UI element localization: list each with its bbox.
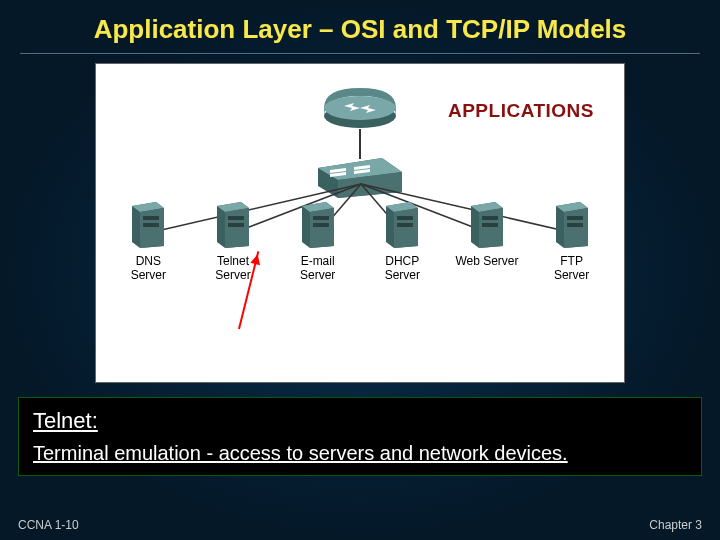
server-icon [552, 194, 592, 250]
server-label: DHCPServer [385, 254, 420, 283]
svg-rect-11 [228, 223, 244, 227]
svg-rect-12 [313, 216, 329, 220]
footer-left: CCNA 1-10 [18, 518, 79, 532]
callout-title: Telnet: [33, 408, 687, 434]
page-title: Application Layer – OSI and TCP/IP Model… [0, 0, 720, 53]
svg-rect-16 [482, 216, 498, 220]
svg-rect-8 [143, 216, 159, 220]
svg-rect-13 [313, 223, 329, 227]
network-diagram: APPLICATIONS DNSServer TelnetServer [95, 63, 625, 383]
server-dns: DNSServer [108, 194, 188, 283]
server-dhcp: DHCPServer [362, 194, 442, 283]
server-telnet: TelnetServer [193, 194, 273, 283]
callout-body: Terminal emulation - access to servers a… [33, 442, 687, 465]
footer: CCNA 1-10 Chapter 3 [0, 518, 720, 532]
server-icon [128, 194, 168, 250]
server-row: DNSServer TelnetServer E-mailServer DHCP… [96, 194, 624, 283]
server-icon [213, 194, 253, 250]
server-label: DNSServer [131, 254, 166, 283]
svg-rect-19 [567, 223, 583, 227]
svg-rect-14 [397, 216, 413, 220]
server-icon [382, 194, 422, 250]
callout-box: Telnet: Terminal emulation - access to s… [18, 397, 702, 476]
server-label: FTPServer [554, 254, 589, 283]
server-label: E-mailServer [300, 254, 335, 283]
server-label: Web Server [455, 254, 518, 268]
svg-rect-10 [228, 216, 244, 220]
server-web: Web Server [447, 194, 527, 283]
server-icon [467, 194, 507, 250]
server-ftp: FTPServer [532, 194, 612, 283]
svg-rect-18 [567, 216, 583, 220]
svg-rect-9 [143, 223, 159, 227]
server-label: TelnetServer [215, 254, 250, 283]
router-icon [320, 78, 400, 130]
svg-rect-15 [397, 223, 413, 227]
server-email: E-mailServer [278, 194, 358, 283]
server-icon [298, 194, 338, 250]
applications-label: APPLICATIONS [448, 100, 594, 122]
svg-rect-17 [482, 223, 498, 227]
divider [20, 53, 700, 55]
footer-right: Chapter 3 [649, 518, 702, 532]
